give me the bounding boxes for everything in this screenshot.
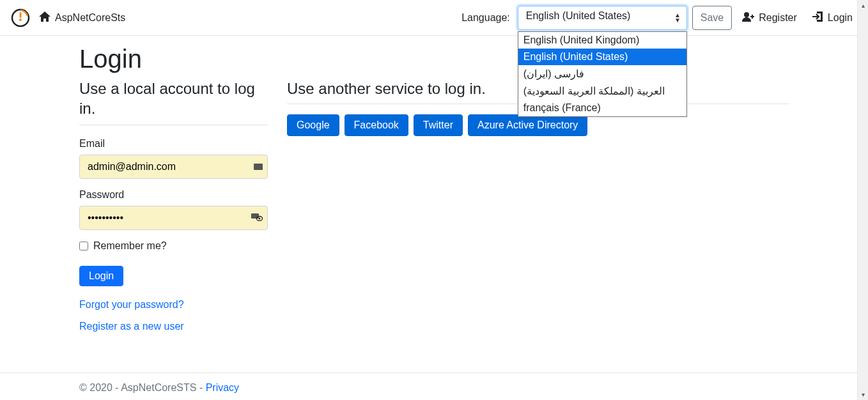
language-label: Language:: [461, 12, 510, 24]
main-container: Login Use a local account to log in. Ema…: [70, 36, 798, 342]
credential-icon: [254, 164, 263, 170]
language-select-wrap: English (United States) ▲▼ English (Unit…: [518, 6, 687, 30]
provider-google-button[interactable]: Google: [287, 114, 339, 136]
aux-links: Forgot your password? Register as a new …: [79, 299, 268, 332]
password-field[interactable]: [79, 206, 268, 230]
footer: © 2020 - AspNetCoreSTS - Privacy: [0, 373, 868, 394]
provider-twitter-button[interactable]: Twitter: [414, 114, 463, 136]
language-select[interactable]: English (United States): [518, 6, 687, 30]
remember-checkbox[interactable]: [79, 242, 88, 250]
signin-icon: [812, 12, 824, 24]
user-plus-icon: [742, 12, 755, 24]
svg-rect-1: [20, 12, 22, 18]
home-icon: [38, 11, 51, 25]
password-group: Password: [79, 189, 268, 230]
remember-check: Remember me?: [79, 240, 268, 252]
svg-rect-4: [251, 213, 259, 219]
privacy-link[interactable]: Privacy: [206, 382, 239, 393]
email-label: Email: [79, 138, 268, 150]
remember-label: Remember me?: [93, 240, 167, 252]
divider: [79, 125, 268, 125]
email-group: Email: [79, 138, 268, 179]
brand-text: AspNetCoreSts: [55, 12, 125, 24]
svg-point-2: [19, 19, 22, 21]
brand-link[interactable]: AspNetCoreSts: [38, 11, 125, 25]
scroll-down-icon[interactable]: ▾: [858, 389, 868, 400]
forgot-password-link[interactable]: Forgot your password?: [79, 299, 268, 311]
login-link[interactable]: Login: [807, 8, 858, 28]
external-providers-row: Google Facebook Twitter Azure Active Dir…: [287, 114, 789, 136]
provider-azure-button[interactable]: Azure Active Directory: [468, 114, 587, 136]
navbar-right: Language: English (United States) ▲▼ Eng…: [461, 6, 858, 30]
language-dropdown: English (United Kingdom) English (United…: [518, 31, 687, 117]
password-label: Password: [79, 189, 268, 201]
show-password-icon[interactable]: [251, 213, 263, 223]
language-option[interactable]: français (France): [518, 100, 686, 116]
language-option[interactable]: English (United States): [518, 49, 686, 65]
app-logo-icon: [10, 8, 31, 28]
login-submit-button[interactable]: Login: [79, 266, 123, 286]
save-button[interactable]: Save: [692, 6, 732, 30]
footer-text: © 2020 - AspNetCoreSTS -: [79, 382, 206, 393]
language-option[interactable]: العربية (المملكة العربية السعودية): [518, 82, 686, 100]
navbar: AspNetCoreSts Language: English (United …: [0, 0, 868, 36]
local-login-heading: Use a local account to log in.: [79, 79, 268, 118]
local-login-column: Use a local account to log in. Email Pas…: [79, 79, 268, 342]
external-login-column: Use another service to log in. Google Fa…: [287, 79, 789, 342]
navbar-left: AspNetCoreSts: [10, 8, 125, 28]
register-label: Register: [759, 12, 797, 24]
register-new-user-link[interactable]: Register as a new user: [79, 321, 268, 332]
register-link[interactable]: Register: [737, 8, 802, 28]
login-nav-label: Login: [828, 12, 853, 24]
svg-point-3: [744, 12, 749, 17]
language-selected-value: English (United States): [526, 10, 631, 21]
language-option[interactable]: فارسی (ایران): [518, 65, 686, 82]
vertical-scrollbar[interactable]: ▴ ▾: [857, 0, 868, 400]
content-row: Use a local account to log in. Email Pas…: [79, 79, 789, 342]
email-field[interactable]: [79, 155, 268, 179]
provider-facebook-button[interactable]: Facebook: [345, 114, 408, 136]
svg-point-6: [259, 218, 261, 220]
scroll-up-icon[interactable]: ▴: [858, 0, 868, 11]
language-option[interactable]: English (United Kingdom): [518, 32, 686, 49]
